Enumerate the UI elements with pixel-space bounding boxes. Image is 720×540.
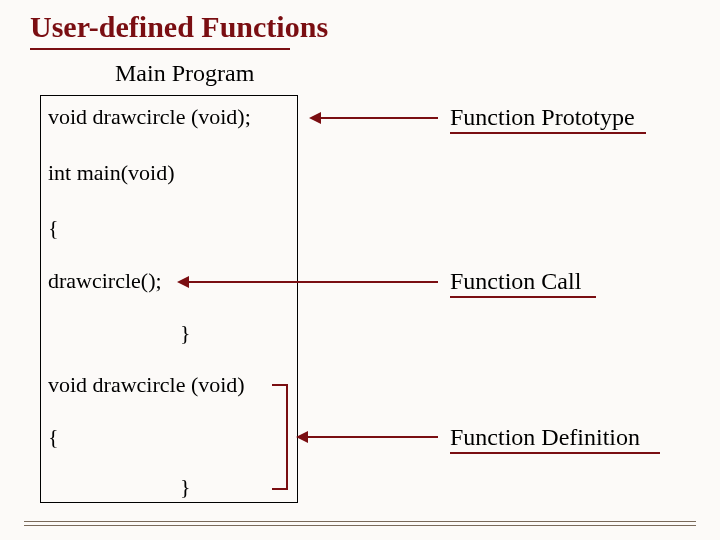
label-call: Function Call (450, 268, 581, 295)
arrow-head-definition (296, 431, 308, 443)
code-main-sig: int main(void) (48, 160, 174, 186)
code-close-brace: } (180, 320, 191, 346)
code-def-open: { (48, 424, 59, 450)
arrow-line-prototype (321, 117, 438, 119)
label-definition-underline (450, 452, 660, 454)
label-definition: Function Definition (450, 424, 640, 451)
label-prototype-underline (450, 132, 646, 134)
code-prototype: void drawcircle (void); (48, 104, 251, 130)
code-def-close: } (180, 474, 191, 500)
code-box (40, 95, 298, 503)
subtitle-main-program: Main Program (115, 60, 254, 87)
bracket-vertical (286, 384, 288, 490)
arrow-line-call (189, 281, 438, 283)
footer-rule (24, 521, 696, 526)
slide-title: User-defined Functions (30, 10, 328, 44)
slide: User-defined Functions Main Program void… (0, 0, 720, 540)
code-open-brace: { (48, 215, 59, 241)
arrow-head-call (177, 276, 189, 288)
label-prototype: Function Prototype (450, 104, 635, 131)
title-underline (30, 48, 290, 50)
code-def-sig: void drawcircle (void) (48, 372, 245, 398)
label-call-underline (450, 296, 596, 298)
arrow-line-definition (308, 436, 438, 438)
code-call: drawcircle(); (48, 268, 162, 294)
bracket-bottom (272, 488, 288, 490)
arrow-head-prototype (309, 112, 321, 124)
